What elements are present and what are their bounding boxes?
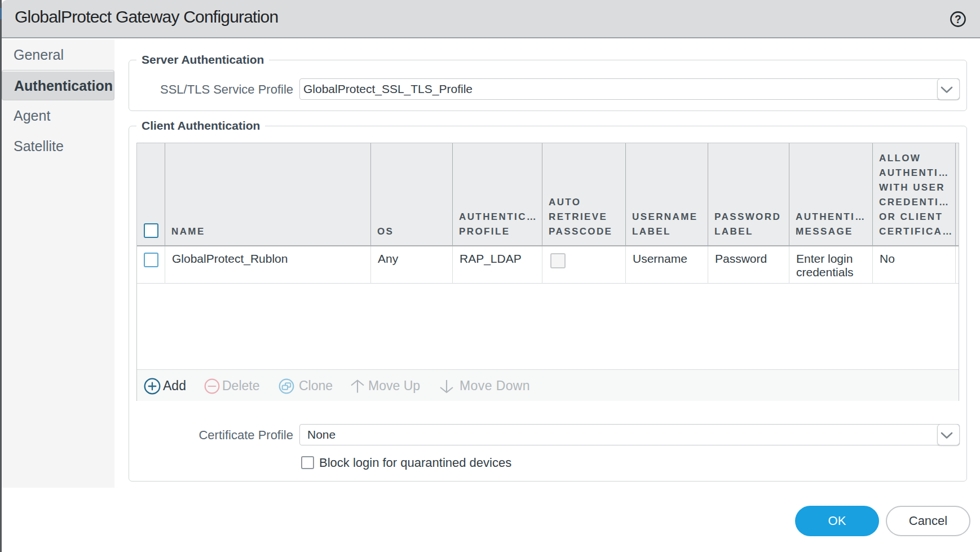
svg-text:?: ? xyxy=(955,13,961,25)
